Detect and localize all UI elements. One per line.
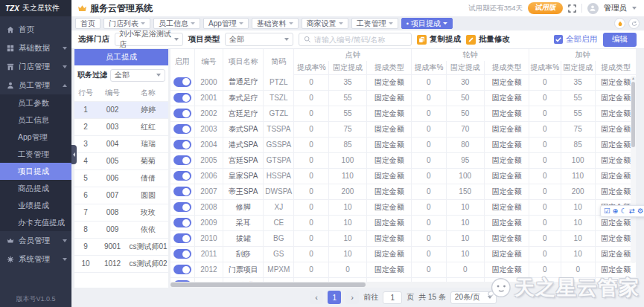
staff-row[interactable]: 1002婷婷 xyxy=(74,102,168,119)
enable-toggle[interactable] xyxy=(173,249,191,259)
tab[interactable]: 商家设置 xyxy=(302,18,348,29)
enable-toggle[interactable] xyxy=(173,93,191,103)
refresh-icon[interactable] xyxy=(628,18,640,29)
enable-toggle[interactable] xyxy=(173,202,191,212)
project-type-select[interactable]: 全部 xyxy=(225,33,293,46)
staff-row-no: 5 xyxy=(74,174,97,184)
tab[interactable]: 员工信息 xyxy=(153,18,200,29)
role-filter-select[interactable]: 全部 xyxy=(110,69,165,82)
sidebar-item[interactable]: 首页 xyxy=(0,20,71,39)
sidebar-subitem[interactable]: 办卡充值提成 xyxy=(0,214,71,231)
fullscreen-icon[interactable] xyxy=(568,4,576,13)
dark-mode-icon[interactable]: ☾ xyxy=(621,207,628,215)
enable-toggle[interactable] xyxy=(173,218,191,227)
tab[interactable]: 工资管理 xyxy=(351,18,398,29)
sidebar-subitem[interactable]: 员工信息 xyxy=(0,112,71,129)
tab[interactable]: 首页 xyxy=(75,18,101,29)
enable-toggle[interactable] xyxy=(173,187,191,196)
tab[interactable]: 项目提成 xyxy=(401,18,453,29)
tab[interactable]: 基础资料 xyxy=(252,18,299,29)
enable-toggle[interactable] xyxy=(173,124,191,134)
staff-row[interactable]: 2003红红 xyxy=(74,119,168,136)
theme-icon[interactable] xyxy=(614,18,625,29)
copy-commission-button[interactable]: 复制提成 xyxy=(417,34,461,45)
goto-page-input[interactable] xyxy=(383,291,402,304)
vertical-scrollbar[interactable]: ▲ xyxy=(631,76,636,263)
staff-row[interactable]: 101012cs测试师02 xyxy=(74,256,168,273)
commission-cell: 0 xyxy=(446,262,484,277)
swap-icon[interactable]: ⇄ xyxy=(629,207,635,215)
sidebar-item[interactable]: 系统管理 xyxy=(0,250,71,268)
page-unit-label: 页 xyxy=(407,292,414,303)
sidebar-item[interactable]: 员工管理 xyxy=(0,76,71,94)
sidebar-submenu: 员工参数员工信息App管理工资管理项目提成商品提成业绩提成办卡充值提成 xyxy=(0,94,71,231)
sidebar-subitem[interactable]: 工资管理 xyxy=(0,146,71,163)
enable-toggle[interactable] xyxy=(173,265,191,274)
commission-cell: 0 xyxy=(294,121,328,137)
chevron-down-icon[interactable] xyxy=(632,7,637,10)
enable-all-checkbox[interactable]: 全部启用 xyxy=(554,34,597,45)
staff-row[interactable]: 5006倩倩 xyxy=(74,170,168,187)
staff-row[interactable]: 7008玫玫 xyxy=(74,204,168,222)
vertical-scroll-thumb[interactable] xyxy=(631,82,635,147)
staff-row[interactable]: 6007圆圆 xyxy=(74,187,168,204)
translate-icon[interactable]: ☑ xyxy=(604,207,610,215)
user-name[interactable]: 管理员 xyxy=(604,3,628,13)
add-icon[interactable]: ⊕ xyxy=(613,207,619,215)
batch-edit-button[interactable]: 批量修改 xyxy=(466,34,510,45)
sidebar-subitem[interactable]: App管理 xyxy=(0,129,71,146)
enable-toggle[interactable] xyxy=(173,77,191,87)
store-select[interactable]: 刘小军足浴测试店 xyxy=(115,33,183,46)
column-header: 提成率% xyxy=(529,61,561,74)
pagination: ‹ 1 › 前往 页 共 15 条 20条/页 xyxy=(170,290,637,305)
sidebar-item[interactable]: 会员管理 xyxy=(0,231,71,250)
commission-cell: 0 xyxy=(294,152,328,168)
staff-row[interactable]: 99001cs测试师01 xyxy=(74,239,168,256)
page-size-select[interactable]: 20条/页 xyxy=(450,291,497,304)
settings-icon[interactable]: ⚙ xyxy=(637,207,644,215)
staff-row[interactable]: 4005菊菊 xyxy=(74,153,168,170)
staff-row-no: 1 xyxy=(74,106,97,115)
commission-cell: 固定金额 xyxy=(484,215,529,230)
commission-cell: 固定金额 xyxy=(484,106,529,121)
table-row: 2002宫廷足疗GTZL055固定金额050固定金额055固定金额 xyxy=(170,106,637,121)
commission-cell: 0 xyxy=(529,137,561,152)
commission-cell: 固定金额 xyxy=(367,90,412,106)
search-input[interactable] xyxy=(314,36,407,44)
horizontal-scroll-thumb[interactable] xyxy=(170,282,366,287)
panel-collapse-handle[interactable] xyxy=(71,145,77,164)
commission-cell: 0 xyxy=(294,106,328,121)
sidebar-subitem[interactable]: 商品提成 xyxy=(0,180,71,197)
commission-cell: 固定金额 xyxy=(367,152,412,168)
next-page-button[interactable]: › xyxy=(345,291,359,304)
column-header: 提成率% xyxy=(294,61,328,74)
staff-row[interactable]: 8009依依 xyxy=(74,222,168,239)
staff-row[interactable]: 3004瑞瑞 xyxy=(74,136,168,153)
horizontal-scrollbar[interactable] xyxy=(170,282,637,288)
tab[interactable]: 门店列表 xyxy=(103,18,150,29)
sidebar-subitem[interactable]: 员工参数 xyxy=(0,94,71,112)
project-code: GTZL xyxy=(264,106,294,121)
sidebar-item[interactable]: 门店管理 xyxy=(0,57,71,76)
enable-toggle[interactable] xyxy=(173,171,191,181)
edit-button[interactable]: 编辑 xyxy=(603,33,637,47)
staff-code: 9001 xyxy=(97,242,128,252)
sidebar-item[interactable]: 基础数据 xyxy=(0,39,71,57)
sidebar-subitem[interactable]: 业绩提成 xyxy=(0,197,71,214)
enable-toggle[interactable] xyxy=(173,233,191,243)
prev-page-button[interactable]: ‹ xyxy=(310,291,323,304)
project-no: 2008 xyxy=(194,199,223,215)
sidebar-subitem[interactable]: 项目提成 xyxy=(0,163,71,180)
enable-toggle[interactable] xyxy=(173,155,191,165)
enable-toggle[interactable] xyxy=(173,109,191,118)
avatar[interactable] xyxy=(587,3,599,14)
commission-cell: 固定金额 xyxy=(367,106,412,121)
project-name: 泰式SPA xyxy=(223,121,264,137)
tab[interactable]: App管理 xyxy=(203,18,249,29)
system-icon xyxy=(7,255,15,263)
project-name: 宫廷足疗 xyxy=(223,106,264,121)
page-number-button[interactable]: 1 xyxy=(328,291,341,304)
enable-toggle[interactable] xyxy=(173,140,191,149)
commission-cell: 固定金额 xyxy=(367,137,412,152)
staff-name: 依依 xyxy=(128,225,168,235)
